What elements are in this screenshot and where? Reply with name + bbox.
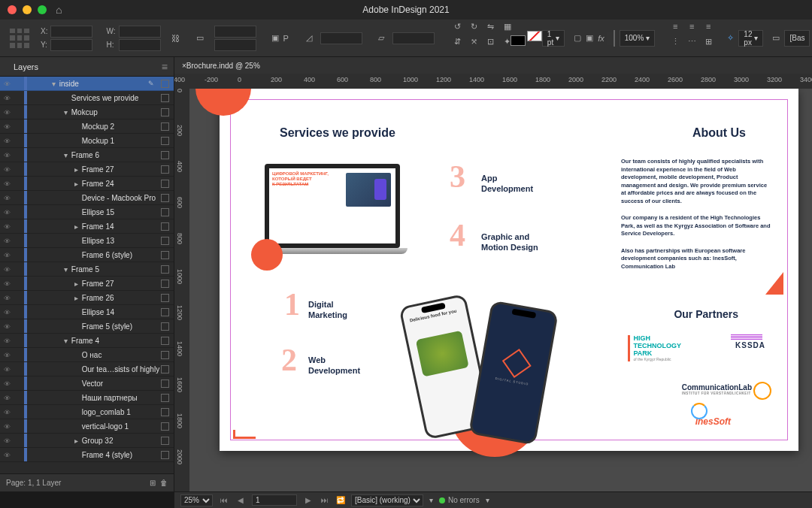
visibility-icon[interactable] <box>0 122 14 131</box>
select-square[interactable] <box>161 337 169 345</box>
layer-row[interactable]: ▸ Group 32 <box>0 434 174 448</box>
visibility-icon[interactable] <box>0 408 14 416</box>
visibility-icon[interactable] <box>0 237 14 245</box>
visibility-icon[interactable] <box>0 322 14 331</box>
last-page-icon[interactable]: ⏭ <box>320 496 330 504</box>
align-left-icon[interactable]: ≡ <box>667 18 683 35</box>
visibility-icon[interactable] <box>0 137 14 145</box>
rotate-ccw-icon[interactable]: ↺ <box>450 18 466 35</box>
zoom-select[interactable]: 25% <box>180 494 213 506</box>
flip-v-icon[interactable]: ⇵ <box>450 33 466 50</box>
flip-h-icon[interactable]: ⇋ <box>483 18 499 35</box>
visibility-icon[interactable] <box>0 108 14 116</box>
align-right-icon[interactable]: ≡ <box>700 18 717 35</box>
text-wrap-none-icon[interactable]: ▢ <box>574 30 581 47</box>
select-square[interactable] <box>161 422 169 431</box>
select-square[interactable] <box>161 251 169 259</box>
visibility-icon[interactable] <box>0 251 14 259</box>
layer-row[interactable]: Vector <box>0 376 174 391</box>
select-square[interactable] <box>161 351 169 359</box>
select-square[interactable] <box>161 237 169 245</box>
scale-y-input[interactable] <box>214 39 256 51</box>
visibility-icon[interactable] <box>0 365 14 373</box>
visibility-icon[interactable] <box>0 208 14 216</box>
delete-layer-icon[interactable]: 🗑 <box>160 479 168 487</box>
layer-row[interactable]: Frame 4 (style) <box>0 448 174 462</box>
scale-icon[interactable]: ▭ <box>192 30 208 47</box>
layer-row[interactable]: ▾ Frame 4 <box>0 334 174 348</box>
flip-icon[interactable]: ⤧ <box>466 33 483 50</box>
visibility-icon[interactable] <box>0 422 14 431</box>
effects-icon[interactable]: fx <box>598 30 604 47</box>
layer-row[interactable]: logo_comlab 1 <box>0 405 174 419</box>
auto-fit-icon[interactable]: ▣ <box>271 30 279 47</box>
panel-menu-icon[interactable]: ≡ <box>162 61 168 73</box>
select-square[interactable] <box>161 122 169 131</box>
visibility-icon[interactable] <box>0 280 14 288</box>
document-tab[interactable]: × Brochure.indd @ 25% <box>174 57 812 74</box>
rotate-input[interactable] <box>320 32 362 44</box>
select-square[interactable] <box>161 365 169 373</box>
paragraph-style-select[interactable]: [Bas <box>784 30 810 47</box>
visibility-icon[interactable] <box>0 308 14 316</box>
next-page-icon[interactable]: ▶ <box>303 496 314 504</box>
select-square[interactable] <box>161 265 169 274</box>
reference-point-grid[interactable] <box>9 28 30 49</box>
prev-page-icon[interactable]: ◀ <box>235 496 246 504</box>
select-square[interactable] <box>161 437 169 445</box>
layer-row[interactable]: ▾ Frame 6 <box>0 148 174 162</box>
select-square[interactable] <box>161 94 169 102</box>
select-square[interactable] <box>161 151 169 159</box>
layer-row[interactable]: ▸ Frame 27 <box>0 277 174 291</box>
layer-row[interactable]: ▾ Frame 5 <box>0 262 174 277</box>
layer-row[interactable]: Our tea…sists of highly <box>0 362 174 376</box>
layer-row[interactable]: Mockup 2 <box>0 119 174 134</box>
layer-row[interactable]: Device - Macbook Pro <box>0 191 174 205</box>
select-square[interactable] <box>161 180 169 188</box>
align-icon[interactable]: ▦ <box>499 18 516 35</box>
layer-row[interactable]: Ellipse 14 <box>0 305 174 319</box>
maximize-window-button[interactable] <box>38 5 47 14</box>
visibility-icon[interactable] <box>0 337 14 345</box>
select-square[interactable] <box>161 222 169 231</box>
layer-row[interactable]: ▸ Frame 14 <box>0 219 174 234</box>
grid-spacing-select[interactable]: 12 px▾ <box>738 30 763 47</box>
new-layer-icon[interactable]: ⊞ <box>150 479 156 487</box>
select-square[interactable] <box>161 194 169 202</box>
select-square[interactable] <box>161 108 169 116</box>
visibility-icon[interactable] <box>0 394 14 402</box>
layer-row[interactable]: Services we provide <box>0 91 174 105</box>
visibility-icon[interactable] <box>0 180 14 188</box>
y-input[interactable] <box>50 39 92 51</box>
distribute-h-icon[interactable]: ⋮ <box>667 33 683 50</box>
layer-row[interactable]: Frame 5 (style) <box>0 319 174 334</box>
visibility-icon[interactable] <box>0 80 14 88</box>
layer-row[interactable]: Ellipse 15 <box>0 205 174 219</box>
close-window-button[interactable] <box>8 5 17 14</box>
visibility-icon[interactable] <box>0 451 14 459</box>
character-icon[interactable]: P <box>283 30 289 47</box>
minimize-window-button[interactable] <box>23 5 32 14</box>
home-icon[interactable]: ⌂ <box>56 4 62 16</box>
x-input[interactable] <box>50 26 92 38</box>
snap-icon[interactable]: ✧ <box>727 30 734 47</box>
select-square[interactable] <box>161 137 169 145</box>
select-square[interactable] <box>161 308 169 316</box>
fill-color-swatch[interactable] <box>614 30 615 47</box>
w-input[interactable] <box>119 26 161 38</box>
select-square[interactable] <box>161 379 169 388</box>
select-square[interactable] <box>161 451 169 459</box>
constrain-proportions-icon[interactable]: ⛓ <box>171 30 180 47</box>
h-input[interactable] <box>119 39 161 51</box>
layer-row[interactable]: ▸ Frame 24 <box>0 177 174 191</box>
visibility-icon[interactable] <box>0 379 14 388</box>
visibility-icon[interactable] <box>0 294 14 302</box>
layer-row[interactable]: ▾ inside✎ <box>0 77 174 91</box>
layers-tab[interactable]: Layers <box>6 59 46 74</box>
visibility-icon[interactable] <box>0 351 14 359</box>
layer-row[interactable]: Mockup 1 <box>0 134 174 148</box>
stroke-weight-select[interactable]: 1 pt▾ <box>542 30 565 47</box>
text-wrap-bound-icon[interactable]: ▣ <box>586 30 593 47</box>
visibility-icon[interactable] <box>0 151 14 159</box>
select-square[interactable] <box>161 322 169 331</box>
